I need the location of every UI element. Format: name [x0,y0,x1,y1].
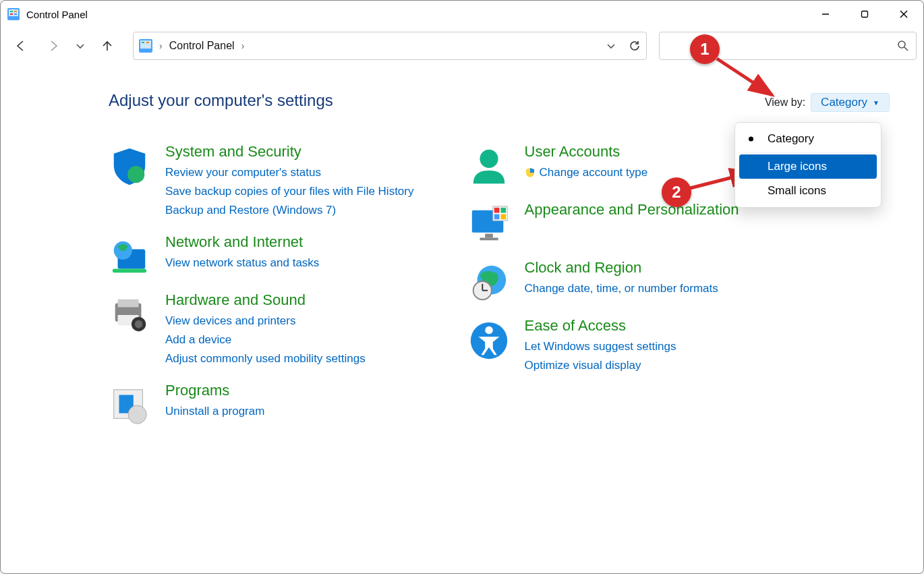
recent-locations-dropdown[interactable] [72,32,88,59]
category-title[interactable]: System and Security [165,143,414,161]
address-bar[interactable]: › Control Panel › [133,32,647,60]
up-button[interactable] [94,32,121,59]
category-title[interactable]: Network and Internet [165,233,319,251]
svg-rect-4 [10,13,13,15]
shield-icon [109,146,150,188]
refresh-button[interactable] [629,40,641,52]
monitor-icon [468,204,510,246]
menu-item-label: Category [768,132,814,145]
svg-rect-30 [485,234,493,238]
breadcrumb-separator: › [241,40,245,51]
page-heading: Adjust your computer's settings [109,91,333,110]
address-icon [139,39,152,53]
svg-rect-33 [494,208,499,213]
category-column-left: System and Security Review your computer… [109,143,414,426]
category-title[interactable]: User Accounts [525,143,648,161]
svg-rect-5 [14,13,17,15]
category-link[interactable]: Review your computer's status [165,166,414,179]
user-icon [468,146,510,188]
back-button[interactable] [7,32,34,59]
close-button[interactable] [884,1,923,28]
category-title[interactable]: Programs [165,382,264,399]
forward-button[interactable] [40,32,67,59]
window-controls [806,1,923,28]
category-ease-of-access: Ease of Access Let Windows suggest setti… [468,317,739,375]
uac-shield-icon [525,167,536,178]
menu-item-large-icons[interactable]: Large icons [739,154,877,179]
category-title[interactable]: Ease of Access [525,317,676,335]
svg-line-43 [717,59,772,95]
menu-item-small-icons[interactable]: Small icons [739,179,877,203]
globe-clock-icon [468,262,510,304]
category-title[interactable]: Clock and Region [525,259,718,277]
svg-point-24 [135,320,143,328]
svg-rect-21 [118,299,139,308]
category-system-security: System and Security Review your computer… [109,143,414,220]
svg-rect-3 [14,11,17,12]
svg-rect-19 [113,268,146,272]
annotation-badge: 2 [662,177,691,207]
category-link[interactable]: Uninstall a program [165,405,264,418]
category-clock-region: Clock and Region Change date, time, or n… [468,259,739,304]
svg-rect-11 [140,40,151,49]
category-network: Network and Internet View network status… [109,233,414,278]
content-area: Adjust your computer's settings View by:… [1,64,923,426]
svg-point-28 [480,150,498,168]
menu-item-category[interactable]: Category [739,127,877,151]
category-link[interactable]: Adjust commonly used mobility settings [165,352,366,366]
category-link[interactable]: Change date, time, or number formats [525,282,718,295]
titlebar: Control Panel [1,1,923,28]
svg-rect-13 [146,42,149,43]
category-programs: Programs Uninstall a program [109,382,414,426]
search-icon [897,40,909,52]
category-appearance: Appearance and Personalization [468,201,739,246]
bullet-icon [749,137,753,142]
svg-rect-35 [494,214,499,220]
category-hardware: Hardware and Sound View devices and prin… [109,291,414,368]
view-by-menu: Category Large icons Small icons [734,122,882,208]
svg-rect-12 [142,42,144,43]
printer-icon [109,294,150,336]
network-icon [109,236,150,278]
programs-icon [109,384,150,426]
svg-rect-34 [500,208,506,213]
annotation-2: 2 [662,177,691,207]
svg-point-14 [898,41,905,48]
category-title[interactable]: Appearance and Personalization [525,201,739,219]
caret-down-icon: ▼ [873,99,879,107]
address-history-dropdown[interactable] [606,40,616,51]
minimize-button[interactable] [806,1,845,28]
accessibility-icon [468,320,510,362]
window: Control Panel › Control Panel › [0,0,924,574]
svg-point-16 [127,166,144,183]
svg-line-15 [904,47,908,51]
svg-rect-36 [500,214,506,220]
svg-rect-1 [9,9,18,16]
category-link[interactable]: Backup and Restore (Windows 7) [165,204,414,217]
breadcrumb-separator: › [159,40,163,51]
category-link[interactable]: View network status and tasks [165,256,319,270]
category-link[interactable]: Optimize visual display [525,359,676,372]
category-link[interactable]: Let Windows suggest settings [525,340,676,353]
category-link[interactable]: Save backup copies of your files with Fi… [165,185,414,198]
annotation-badge: 1 [690,34,720,64]
category-link[interactable]: Change account type [525,166,648,179]
svg-rect-31 [480,237,498,240]
menu-item-label: Large icons [768,160,827,173]
maximize-button[interactable] [845,1,884,28]
svg-point-27 [128,405,146,424]
category-link-text: Change account type [540,166,648,179]
menu-divider [745,152,871,153]
annotation-1: 1 [690,34,720,64]
svg-rect-2 [10,11,13,12]
svg-point-42 [485,326,493,335]
menu-item-label: Small icons [768,184,826,197]
category-link[interactable]: View devices and printers [165,314,366,328]
window-title: Control Panel [26,9,88,20]
category-link[interactable]: Add a device [165,333,366,347]
control-panel-app-icon [7,8,20,20]
view-by-dropdown[interactable]: Category ▼ [811,93,890,112]
svg-rect-7 [862,11,868,18]
category-title[interactable]: Hardware and Sound [165,291,366,309]
breadcrumb-item[interactable]: Control Panel [169,40,235,52]
